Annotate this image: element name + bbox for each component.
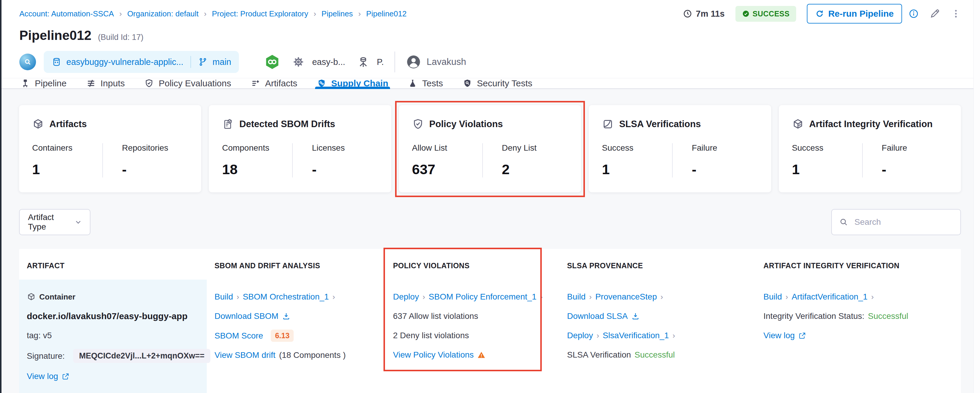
stage-link[interactable]: Deploy: [393, 292, 419, 302]
infrastructure-icon: [357, 56, 369, 68]
search-input[interactable]: [854, 217, 953, 227]
integrity-status-label: Integrity Verification Status:: [764, 312, 864, 321]
external-link-icon: [62, 372, 70, 380]
stat: Repositories -: [102, 143, 188, 177]
inputs-icon: [86, 78, 96, 88]
chevron-down-icon: [74, 218, 83, 227]
info-icon: [908, 9, 919, 19]
tab-supply-chain[interactable]: Supply Chain: [317, 78, 388, 88]
step-link[interactable]: SBOM Policy Enforcement_1: [429, 292, 537, 302]
chevron-right-icon: [422, 292, 425, 302]
artifacts-table: ARTIFACT SBOM AND DRIFT ANALYSIS POLICY …: [19, 249, 961, 393]
artifact-type-dropdown[interactable]: Artifact Type: [19, 209, 91, 235]
download-icon: [631, 312, 640, 320]
slsa-status-label: SLSA Verification: [567, 350, 631, 359]
view-log-link[interactable]: View log: [27, 372, 58, 381]
cube-icon: [792, 118, 804, 130]
stage-link[interactable]: Deploy: [567, 331, 593, 340]
branch-name[interactable]: main: [212, 57, 231, 67]
stat: Failure -: [862, 143, 948, 177]
warning-triangle-icon: [477, 351, 485, 359]
user-name: Lavakush: [426, 57, 466, 67]
status-text: SUCCESS: [753, 10, 790, 18]
tab-policy-evaluations[interactable]: Policy Evaluations: [144, 78, 231, 88]
tab-pipeline[interactable]: Pipeline: [21, 78, 67, 88]
stage-link[interactable]: Build: [764, 292, 782, 302]
run-meta: 7m 11s SUCCESS Re-run Pipeline: [683, 4, 961, 24]
chevron-right-icon: [540, 292, 542, 302]
breadcrumb-organization[interactable]: Organization: default: [127, 9, 199, 18]
card-sbom-drifts: Detected SBOM Drifts Components 18 Licen…: [209, 105, 391, 192]
artifact-image-name: docker.io/lavakush07/easy-buggy-app: [27, 311, 188, 321]
trigger-cluster: easy-b... P.: [264, 54, 384, 70]
shield-search-icon: [463, 78, 472, 88]
pencil-icon: [929, 8, 940, 19]
chevron-right-icon: [589, 292, 592, 302]
tab-label: Policy Evaluations: [159, 78, 231, 88]
sbom-cell: Build SBOM Orchestration_1 Download SBOM…: [207, 280, 385, 393]
card-policy-violations: Policy Violations Allow List 637 Deny Li…: [399, 105, 581, 192]
tab-tests[interactable]: Tests: [408, 78, 443, 88]
chevron-right-icon: [660, 292, 663, 302]
step-link[interactable]: ProvenanceStep: [595, 292, 657, 302]
chevron-right-icon: [786, 292, 788, 302]
step-link[interactable]: SBOM Orchestration_1: [243, 292, 329, 302]
trigger-short-label[interactable]: P.: [377, 57, 384, 67]
codebase-pill[interactable]: easybuggy-vulnerable-applic... main: [44, 51, 239, 73]
ci-hexagon-icon: [264, 54, 280, 70]
breadcrumb-project[interactable]: Project: Product Exploratory: [212, 9, 308, 18]
chevron-right-icon: [597, 331, 599, 340]
step-link[interactable]: ArtifactVerification_1: [792, 292, 867, 302]
column-header-policy-violations: POLICY VIOLATIONS: [385, 249, 559, 280]
rerun-label: Re-run Pipeline: [828, 9, 894, 19]
breadcrumb: Account: Automation-SSCA Organization: d…: [19, 9, 407, 18]
chevron-right-icon: [119, 9, 122, 18]
page: Account: Automation-SSCA Organization: d…: [0, 0, 980, 393]
title-row: Pipeline012 (Build Id: 17): [19, 28, 961, 43]
breadcrumb-pipelines[interactable]: Pipelines: [321, 9, 353, 18]
step-link[interactable]: SlsaVerification_1: [603, 331, 669, 340]
stat: Licenses -: [292, 143, 378, 177]
scrollbar-track[interactable]: [974, 0, 980, 393]
deny-list-violations: 2 Deny list violations: [393, 331, 469, 340]
artifact-type-label: Artifact Type: [28, 212, 74, 232]
sbom-drift-count: (18 Components ): [279, 350, 346, 360]
search-box[interactable]: [831, 209, 961, 235]
repo-name[interactable]: easybuggy-vulnerable-applic...: [66, 57, 183, 67]
breadcrumb-row: Account: Automation-SSCA Organization: d…: [19, 8, 961, 20]
tab-label: Inputs: [100, 78, 125, 88]
clock-icon: [683, 9, 692, 18]
pipeline-meta-row: easybuggy-vulnerable-applic... main easy…: [19, 51, 961, 73]
artifact-tag: tag: v5: [27, 331, 52, 340]
page-title: Pipeline012: [19, 28, 91, 43]
trigger-pipeline-name[interactable]: easy-b...: [312, 57, 345, 67]
allow-list-violations: 637 Allow list violations: [393, 312, 478, 321]
stage-link[interactable]: Build: [215, 292, 233, 302]
run-info-button[interactable]: [908, 9, 919, 19]
policy-violations-cell: Deploy SBOM Policy Enforcement_1 637 All…: [385, 280, 559, 393]
run-duration: 7m 11s: [683, 9, 725, 19]
edit-pipeline-button[interactable]: [929, 8, 940, 19]
stat: Allow List 637: [412, 143, 482, 177]
download-slsa-link[interactable]: Download SLSA: [567, 312, 628, 321]
view-policy-violations-link[interactable]: View Policy Violations: [393, 350, 474, 359]
kebab-icon: [951, 9, 961, 19]
more-options-button[interactable]: [951, 9, 961, 19]
view-log-link[interactable]: View log: [764, 331, 795, 340]
rerun-pipeline-button[interactable]: Re-run Pipeline: [807, 4, 902, 24]
chevron-right-icon: [332, 292, 335, 302]
breadcrumb-pipeline012[interactable]: Pipeline012: [366, 9, 407, 18]
stage-link[interactable]: Build: [567, 292, 585, 302]
tab-security-tests[interactable]: Security Tests: [463, 78, 532, 88]
artifact-cell: Container docker.io/lavakush07/easy-bugg…: [19, 280, 207, 393]
download-sbom-link[interactable]: Download SBOM: [215, 312, 278, 321]
signature-value: MEQCICde2Vjl...L+2+mqnOXw==: [73, 349, 211, 363]
card-title: Policy Violations: [429, 119, 503, 129]
view-sbom-drift-link[interactable]: View SBOM drift: [215, 350, 275, 360]
tab-inputs[interactable]: Inputs: [86, 78, 125, 88]
table-header-row: ARTIFACT SBOM AND DRIFT ANALYSIS POLICY …: [19, 249, 961, 280]
tab-artifacts[interactable]: Artifacts: [251, 78, 297, 88]
divider: [190, 56, 191, 68]
breadcrumb-account[interactable]: Account: Automation-SSCA: [19, 9, 114, 18]
sbom-score-link[interactable]: SBOM Score: [215, 331, 263, 340]
